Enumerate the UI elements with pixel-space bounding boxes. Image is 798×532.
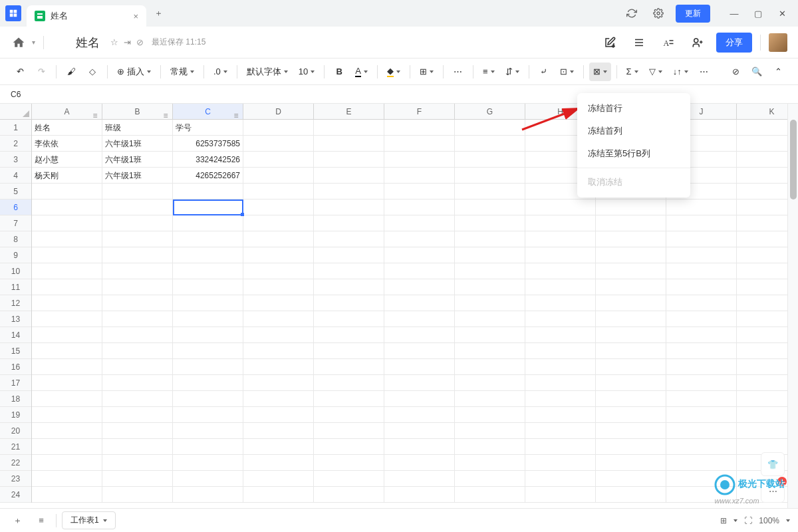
cell-H17[interactable] — [525, 375, 596, 391]
cell-A10[interactable] — [32, 263, 102, 279]
close-tab-icon[interactable]: × — [133, 11, 138, 21]
cell-G21[interactable] — [455, 439, 525, 455]
cell-G18[interactable] — [455, 391, 525, 407]
freeze-to-cell-item[interactable]: 冻结至第5行B列 — [577, 142, 690, 165]
cell-B24[interactable] — [102, 487, 173, 503]
column-header-K[interactable]: K — [737, 104, 798, 119]
cell-A22[interactable] — [32, 455, 102, 471]
cell-F20[interactable] — [384, 423, 455, 439]
cell-C1[interactable]: 学号 — [173, 120, 243, 136]
cell-E13[interactable] — [314, 311, 384, 327]
cell-reference[interactable]: C6 — [11, 90, 51, 99]
cell-E12[interactable] — [314, 295, 384, 311]
cell-B9[interactable] — [102, 247, 173, 263]
cell-E20[interactable] — [314, 423, 384, 439]
cell-E11[interactable] — [314, 279, 384, 295]
merge-button[interactable]: ⊡ — [556, 63, 578, 81]
cell-I22[interactable] — [596, 455, 666, 471]
cell-B19[interactable] — [102, 407, 173, 423]
more-side-icon[interactable]: ⋯1 — [761, 479, 785, 503]
star-icon[interactable]: ☆ — [110, 37, 118, 47]
cell-E6[interactable] — [314, 200, 384, 215]
cell-D18[interactable] — [243, 391, 314, 407]
cell-A19[interactable] — [32, 407, 102, 423]
cell-B22[interactable] — [102, 455, 173, 471]
cell-J16[interactable] — [666, 359, 737, 375]
cell-H9[interactable] — [525, 247, 596, 263]
row-header-18[interactable]: 18 — [0, 391, 31, 407]
cell-I20[interactable] — [596, 423, 666, 439]
row-header-24[interactable]: 24 — [0, 487, 31, 503]
cell-F5[interactable] — [384, 184, 455, 200]
cell-G16[interactable] — [455, 359, 525, 375]
cell-A15[interactable] — [32, 343, 102, 359]
cell-F13[interactable] — [384, 311, 455, 327]
cell-G10[interactable] — [455, 263, 525, 279]
sheets-list-button[interactable]: ≡ — [32, 511, 51, 530]
cell-G22[interactable] — [455, 455, 525, 471]
cell-E23[interactable] — [314, 471, 384, 487]
cell-C16[interactable] — [173, 359, 243, 375]
cell-E14[interactable] — [314, 327, 384, 343]
cell-G3[interactable] — [455, 152, 525, 168]
cell-I11[interactable] — [596, 279, 666, 295]
update-button[interactable]: 更新 — [676, 5, 710, 23]
cell-H7[interactable] — [525, 215, 596, 231]
cell-G24[interactable] — [455, 487, 525, 503]
cell-J24[interactable] — [666, 487, 737, 503]
cell-I8[interactable] — [596, 231, 666, 247]
cell-F16[interactable] — [384, 359, 455, 375]
row-header-19[interactable]: 19 — [0, 407, 31, 423]
font-size-dropdown[interactable]: 10 — [295, 63, 319, 81]
cell-F22[interactable] — [384, 455, 455, 471]
row-header-6[interactable]: 6 — [0, 200, 31, 215]
cell-C22[interactable] — [173, 455, 243, 471]
cell-F24[interactable] — [384, 487, 455, 503]
vertical-scrollbar-thumb[interactable] — [790, 120, 797, 200]
filter-icon[interactable]: ≡ — [232, 108, 240, 116]
cell-A1[interactable]: 姓名 — [32, 120, 102, 136]
column-header-C[interactable]: C≡ — [173, 104, 243, 119]
cell-C24[interactable] — [173, 487, 243, 503]
cell-D14[interactable] — [243, 327, 314, 343]
sync-icon[interactable] — [622, 4, 641, 23]
row-header-23[interactable]: 23 — [0, 471, 31, 487]
cell-I6[interactable] — [596, 200, 666, 215]
cell-A21[interactable] — [32, 439, 102, 455]
zoom-level[interactable]: 100% — [759, 516, 779, 525]
row-header-15[interactable]: 15 — [0, 343, 31, 359]
cell-D7[interactable] — [243, 215, 314, 231]
cell-D5[interactable] — [243, 184, 314, 200]
freeze-button[interactable]: ⊠ — [589, 63, 611, 81]
row-header-11[interactable]: 11 — [0, 279, 31, 295]
cell-G15[interactable] — [455, 343, 525, 359]
cell-A16[interactable] — [32, 359, 102, 375]
cell-F17[interactable] — [384, 375, 455, 391]
cell-A17[interactable] — [32, 375, 102, 391]
cell-J22[interactable] — [666, 455, 737, 471]
cell-I17[interactable] — [596, 375, 666, 391]
cell-D6[interactable] — [243, 200, 314, 215]
cell-B15[interactable] — [102, 343, 173, 359]
cell-F14[interactable] — [384, 327, 455, 343]
row-header-21[interactable]: 21 — [0, 439, 31, 455]
cell-G6[interactable] — [455, 200, 525, 215]
select-all-corner[interactable] — [0, 104, 32, 120]
column-header-A[interactable]: A≡ — [32, 104, 102, 119]
cell-C7[interactable] — [173, 215, 243, 231]
cell-B16[interactable] — [102, 359, 173, 375]
edit-icon[interactable]: + — [599, 32, 620, 53]
cell-D24[interactable] — [243, 487, 314, 503]
list-icon[interactable] — [628, 32, 650, 53]
cell-J14[interactable] — [666, 327, 737, 343]
cell-C9[interactable] — [173, 247, 243, 263]
cell-I24[interactable] — [596, 487, 666, 503]
cell-A14[interactable] — [32, 327, 102, 343]
cell-C2[interactable]: 6253737585 — [173, 136, 243, 152]
cell-G12[interactable] — [455, 295, 525, 311]
cell-D2[interactable] — [243, 136, 314, 152]
cell-A3[interactable]: 赵小慧 — [32, 152, 102, 168]
cell-F12[interactable] — [384, 295, 455, 311]
cell-A20[interactable] — [32, 423, 102, 439]
minimize-button[interactable]: ― — [724, 4, 745, 23]
